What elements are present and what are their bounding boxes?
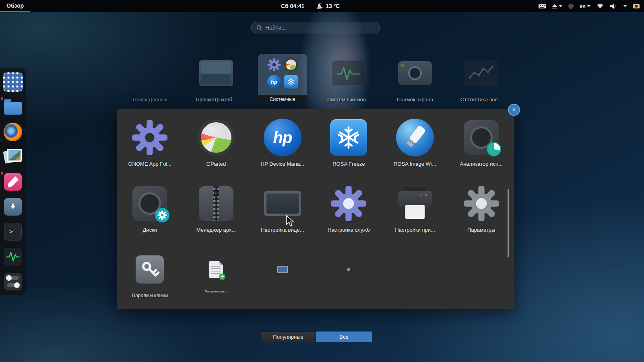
status-circle-icon[interactable]: [568, 4, 574, 9]
plus-badge-icon: [219, 274, 225, 280]
dash-tweaks[interactable]: [3, 272, 23, 291]
folder-popup: GNOME App Fol... GParted hp HP Device Ma…: [117, 109, 514, 309]
app-gnome-app-folders[interactable]: GNOME App Fol...: [117, 118, 183, 184]
folder-label: Поиск Данных: [132, 97, 167, 103]
dash-show-applications[interactable]: [3, 72, 23, 92]
app-unknown-tiny[interactable]: [316, 250, 382, 309]
folder-icon: [4, 102, 22, 115]
network-icon[interactable]: [597, 3, 604, 9]
disks-icon: [132, 186, 167, 221]
folder-image-viewer[interactable]: Просмотр изоб...: [183, 54, 250, 108]
firefox-icon: [4, 123, 22, 141]
dash-system-monitor[interactable]: [3, 247, 23, 266]
app-display-settings[interactable]: Настройка виде...: [249, 184, 316, 250]
dash-draw-app[interactable]: [3, 172, 23, 191]
weather-widget[interactable]: 13 °C: [316, 3, 340, 10]
dash-firefox[interactable]: [3, 122, 23, 142]
dash-image-viewer[interactable]: [3, 147, 23, 167]
folder-system-selected[interactable]: hp Системные: [258, 54, 307, 104]
removable-media-menu[interactable]: [552, 4, 562, 8]
app-label: HP Device Mana...: [261, 161, 304, 167]
app-label: Параметры: [467, 227, 495, 233]
app-disks[interactable]: Диски: [117, 184, 183, 250]
all-tab[interactable]: Все: [316, 331, 372, 342]
folder-preview-icons: hp: [267, 58, 298, 88]
folder-energy-stats[interactable]: Статистика эне...: [448, 54, 514, 108]
app-unknown-small[interactable]: [249, 250, 316, 309]
app-label: Программа про...: [205, 290, 227, 293]
dash-package-installer[interactable]: [3, 197, 23, 216]
popular-tab[interactable]: Популярные: [260, 331, 316, 342]
camera-icon: [398, 61, 432, 85]
app-hp-device-manager[interactable]: hp HP Device Mana...: [249, 118, 316, 184]
gear-icon: [330, 185, 367, 222]
toggles-icon: [4, 273, 22, 290]
folder-label: Системные: [258, 95, 307, 104]
app-printer-settings[interactable]: Настройки при...: [382, 184, 448, 250]
dash-dock: >_: [0, 68, 26, 295]
keyboard-indicator-icon[interactable]: [538, 3, 546, 10]
download-arrow-icon: [4, 198, 22, 216]
folder-search-data[interactable]: Поиск Данных: [117, 54, 183, 108]
disk-analyzer-icon: [464, 120, 499, 155]
hp-logo-icon: hp: [264, 119, 301, 156]
search-input[interactable]: [265, 25, 375, 31]
printer-icon: [396, 185, 433, 222]
app-rosa-image-writer[interactable]: ROSA Image Wr...: [382, 118, 448, 184]
gear-icon: [131, 119, 168, 156]
clock[interactable]: Сб 04:41: [281, 3, 304, 9]
app-disk-usage-analyzer[interactable]: Анализатор исп...: [448, 118, 514, 184]
tiny-app-icon: [347, 268, 350, 271]
terminal-icon: >_: [4, 223, 22, 241]
volume-icon[interactable]: [610, 3, 617, 9]
chevron-down-icon: [587, 5, 590, 7]
snowflake-icon: [330, 119, 367, 156]
apps-filter-toggle: Популярные Все: [260, 331, 372, 342]
system-monitor-icon: [332, 60, 365, 86]
close-folder-button[interactable]: ×: [508, 104, 520, 116]
folder-screenshot[interactable]: Снимок экрана: [382, 54, 448, 108]
folder-system-monitor[interactable]: Системный мон...: [316, 54, 382, 108]
key-icon: [136, 255, 164, 284]
mini-monitor-icon: [277, 266, 288, 273]
app-folder-row: Поиск Данных Просмотр изоб... hp Системн…: [117, 54, 514, 108]
eject-icon: [552, 4, 557, 8]
language-label: en: [580, 3, 586, 9]
mouse-cursor: [286, 215, 295, 227]
search-icon: [256, 25, 262, 31]
app-label: Настройки при...: [395, 227, 435, 233]
app-grid-icon: [3, 72, 23, 92]
app-label: Менеджер арх...: [196, 227, 236, 233]
app-label: ROSA Freeze: [332, 161, 365, 167]
overview-button[interactable]: Обзор: [0, 0, 30, 12]
zipper-icon: [199, 186, 233, 221]
notification-dot: [1, 172, 3, 175]
gear-icon: [463, 185, 500, 222]
folder-label: Снимок экрана: [397, 97, 433, 103]
top-bar: Обзор Сб 04:41 13 °C en: [0, 0, 644, 12]
document-plus-icon: [209, 261, 223, 278]
language-menu[interactable]: en: [580, 3, 590, 9]
app-archive-manager[interactable]: Менеджер арх...: [183, 184, 250, 250]
app-settings[interactable]: Параметры: [448, 184, 514, 250]
system-menu-chevron-icon[interactable]: [623, 5, 627, 7]
popup-scrollbar[interactable]: [508, 189, 509, 257]
search-bar: [251, 22, 380, 33]
app-label: GParted: [206, 161, 226, 167]
dash-files[interactable]: [3, 97, 23, 117]
gparted-icon: [284, 58, 298, 72]
app-label: Настройка виде...: [261, 227, 304, 233]
system-monitor-icon: [4, 248, 22, 265]
app-gparted[interactable]: GParted: [183, 118, 250, 184]
notification-dot: [1, 97, 3, 100]
screenshot-applet-icon[interactable]: [633, 3, 640, 9]
app-program-install[interactable]: Программа про...: [183, 250, 250, 309]
app-services-config[interactable]: Настройка служб: [316, 184, 382, 250]
hp-logo-icon: hp: [267, 75, 281, 88]
app-passwords-keys[interactable]: Пароли и ключи: [117, 250, 183, 309]
app-label: Пароли и ключи: [132, 293, 168, 298]
dash-terminal[interactable]: >_: [3, 222, 23, 241]
app-rosa-freeze[interactable]: ROSA Freeze: [316, 118, 382, 184]
app-label: GNOME App Fol...: [128, 161, 172, 167]
draw-app-icon: [4, 173, 22, 191]
